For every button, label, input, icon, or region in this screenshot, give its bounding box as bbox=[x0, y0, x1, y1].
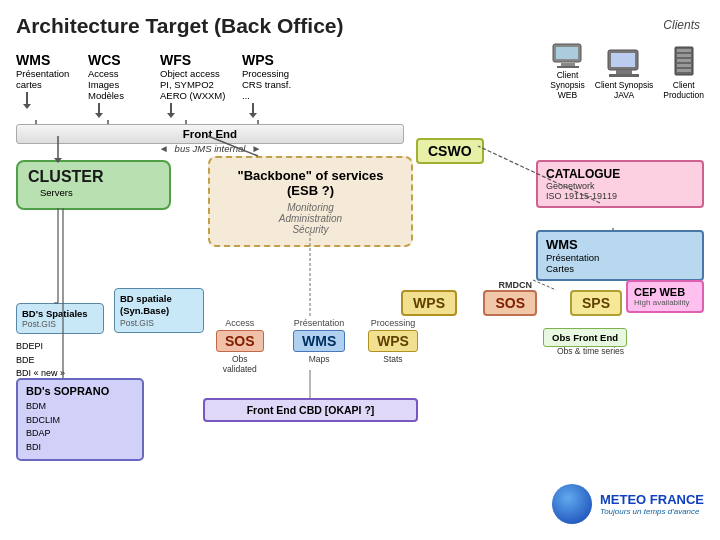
svg-line-27 bbox=[533, 280, 556, 290]
wps-mid-badge: WPS bbox=[368, 330, 418, 352]
wps-label: WPS bbox=[242, 52, 314, 68]
wms-right-title: WMS bbox=[546, 237, 694, 252]
svg-rect-10 bbox=[677, 54, 691, 57]
clients-label: Clients bbox=[663, 18, 700, 32]
client-production: ClientProduction bbox=[663, 46, 704, 100]
stats-label: Stats bbox=[383, 354, 402, 364]
wps-sub2: CRS transf. bbox=[242, 79, 314, 90]
client-synopsis-java: Client SynopsisJAVA bbox=[595, 48, 654, 100]
backbone-title1: "Backbone" of services bbox=[224, 168, 397, 183]
bd-syn-sub: Post.GIS bbox=[120, 318, 198, 328]
bd-syn-box: BD spatiale(Syn.Base) Post.GIS bbox=[114, 288, 204, 333]
bdepi-section: BDEPI BDE BDI « new » bbox=[16, 340, 65, 381]
wcs-sub3: Modèles bbox=[88, 90, 160, 101]
backbone-box: "Backbone" of services (ESB ?) Monitorin… bbox=[208, 156, 413, 247]
catalogue-sub2: ISO 19115-19119 bbox=[546, 191, 694, 201]
sos-right-box: SOS bbox=[483, 290, 537, 316]
svg-rect-12 bbox=[677, 64, 691, 67]
meteo-text-block: METEO FRANCE Toujours un temps d'avance bbox=[600, 492, 704, 516]
wms-sub1: Présentation bbox=[16, 68, 88, 79]
wcs-sub2: Images bbox=[88, 79, 160, 90]
cluster-box: CLUSTER Servers bbox=[16, 160, 171, 210]
sos-mid-col: Access SOS Obsvalidated bbox=[216, 318, 264, 374]
csw-box: CSWO bbox=[416, 138, 484, 164]
svg-rect-1 bbox=[556, 47, 578, 59]
wms-sub2: cartes bbox=[16, 79, 88, 90]
catalogue-title: CATALOGUE bbox=[546, 167, 694, 181]
svg-rect-11 bbox=[677, 59, 691, 62]
sps-box: SPS bbox=[570, 290, 622, 316]
client-icons-area: ClientSynopsisWEB Client SynopsisJAVA bbox=[550, 42, 704, 101]
bd-spatiales-sub: Post.GIS bbox=[22, 319, 98, 329]
page-title: Architecture Target (Back Office) bbox=[16, 14, 344, 37]
maps-label: Maps bbox=[309, 354, 330, 364]
cbd-bar: Front End CBD [OKAPI ?] bbox=[203, 398, 418, 422]
catalogue-box: CATALOGUE Geonetwork ISO 19115-19119 bbox=[536, 160, 704, 208]
meteo-france-logo: METEO FRANCE Toujours un temps d'avance bbox=[552, 484, 704, 524]
backbone-monitoring: Monitoring bbox=[224, 202, 397, 213]
wps-sub1: Processing bbox=[242, 68, 314, 79]
wcs-service: WCS Access Images Modèles bbox=[88, 52, 160, 118]
meteo-name: METEO FRANCE bbox=[600, 492, 704, 507]
meteo-sub: Toujours un temps d'avance bbox=[600, 507, 704, 516]
wms-mid-badge: WMS bbox=[293, 330, 345, 352]
bus-jms-bar: ◄ bus JMS internal ► bbox=[16, 143, 404, 154]
wps-mid-col: Processing WPS Stats bbox=[368, 318, 418, 364]
rmdcn-label: RMDCN bbox=[499, 280, 533, 290]
access-label: Access bbox=[225, 318, 254, 328]
backbone-admin: Administration bbox=[224, 213, 397, 224]
wfs-label: WFS bbox=[160, 52, 242, 68]
cluster-title: CLUSTER bbox=[28, 168, 159, 186]
wfs-service: WFS Object access PI, SYMPO2 AERO (WXXM) bbox=[160, 52, 242, 118]
wps-sub3: ... bbox=[242, 90, 314, 101]
wms-label: WMS bbox=[16, 52, 88, 68]
svg-rect-6 bbox=[616, 70, 632, 74]
pres-label: Présentation bbox=[294, 318, 345, 328]
backbone-security: Sécurity bbox=[224, 224, 397, 235]
backbone-title2: (ESB ?) bbox=[224, 183, 397, 198]
wms-right-sub1: Présentation bbox=[546, 252, 694, 263]
cep-sub: High availability bbox=[634, 298, 696, 307]
catalogue-sub1: Geonetwork bbox=[546, 181, 694, 191]
bd-syn-title: BD spatiale(Syn.Base) bbox=[120, 293, 198, 318]
proc-label: Processing bbox=[371, 318, 416, 328]
client-production-label: ClientProduction bbox=[663, 80, 704, 100]
obs-valid-label: Obsvalidated bbox=[223, 354, 257, 374]
svg-rect-2 bbox=[561, 63, 575, 66]
wcs-sub1: Access bbox=[88, 68, 160, 79]
bus-jms-label: bus JMS internal bbox=[175, 143, 246, 154]
bd-soprano-box: BD's SOPRANO BDM BDCLIM BDAP BDI bbox=[16, 378, 144, 461]
client-synopsis-web: ClientSynopsisWEB bbox=[550, 42, 585, 101]
wfs-sub3: AERO (WXXM) bbox=[160, 90, 242, 101]
wms-service: WMS Présentation cartes bbox=[16, 52, 88, 109]
svg-rect-13 bbox=[677, 69, 691, 72]
obs-time-label: Obs & time series bbox=[557, 346, 624, 356]
bd-spatiales-title: BD's Spatiales bbox=[22, 308, 98, 319]
bd-soprano-items: BDM BDCLIM BDAP BDI bbox=[26, 400, 134, 454]
client-synopsis-java-label: Client SynopsisJAVA bbox=[595, 80, 654, 100]
svg-rect-3 bbox=[557, 66, 579, 68]
meteo-circle bbox=[552, 484, 592, 524]
wms-right-box: WMS Présentation Cartes bbox=[536, 230, 704, 281]
client-synopsis-web-label: ClientSynopsisWEB bbox=[550, 70, 585, 101]
servers-label: Servers bbox=[28, 187, 159, 198]
bdepi-line2: BDE bbox=[16, 354, 65, 368]
wfs-sub1: Object access bbox=[160, 68, 242, 79]
wps-right-box: WPS bbox=[401, 290, 457, 316]
bd-spatiales-box: BD's Spatiales Post.GIS bbox=[16, 303, 104, 334]
bd-soprano-title: BD's SOPRANO bbox=[26, 385, 134, 397]
wps-service: WPS Processing CRS transf. ... bbox=[242, 52, 314, 118]
bdepi-line1: BDEPI bbox=[16, 340, 65, 354]
wfs-sub2: PI, SYMPO2 bbox=[160, 79, 242, 90]
wms-right-sub2: Cartes bbox=[546, 263, 694, 274]
sos-mid-badge: SOS bbox=[216, 330, 264, 352]
services-row: WMS Présentation cartes WCS Access Image… bbox=[16, 52, 314, 118]
cep-box: CEP WEB High availability bbox=[626, 280, 704, 313]
front-end-bar: Front End bbox=[16, 124, 404, 144]
obs-front-box: Obs Front End bbox=[543, 328, 627, 347]
wms-mid-col: Présentation WMS Maps bbox=[293, 318, 345, 364]
svg-rect-7 bbox=[609, 74, 639, 77]
wcs-label: WCS bbox=[88, 52, 160, 68]
cep-title: CEP WEB bbox=[634, 286, 696, 298]
svg-rect-5 bbox=[611, 53, 635, 67]
